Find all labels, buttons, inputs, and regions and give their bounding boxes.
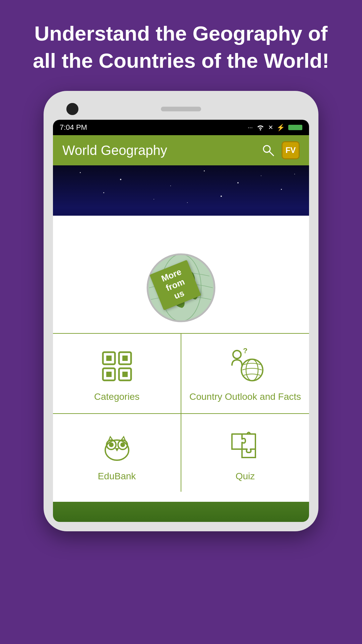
bottom-strip: [53, 502, 309, 522]
star: [154, 199, 154, 200]
svg-rect-23: [122, 372, 128, 377]
svg-point-27: [246, 359, 258, 381]
puzzle-icon: [227, 427, 264, 464]
svg-point-26: [241, 359, 263, 381]
categories-icon: [99, 348, 135, 385]
menu-item-country-outlook[interactable]: ? Country Outlook and Facts: [181, 334, 309, 413]
person-globe-icon: ?: [227, 347, 264, 384]
menu-row-2: EduBank: [53, 414, 309, 492]
menu-row-1: Categories ?: [53, 334, 309, 414]
svg-point-24: [233, 351, 241, 359]
star: [261, 175, 261, 176]
app-bar-actions: FV: [261, 141, 300, 159]
categories-label: Categories: [94, 391, 139, 402]
edubank-label: EduBank: [98, 471, 136, 482]
star: [221, 196, 222, 197]
star: [204, 170, 205, 171]
quiz-label: Quiz: [236, 471, 255, 482]
status-time: 7:04 PM: [60, 123, 87, 132]
app-bar: World Geography FV: [53, 135, 309, 165]
star: [170, 185, 171, 186]
star: [80, 172, 81, 173]
clouds-section: Morefrom us: [53, 216, 309, 522]
status-bar: 7:04 PM ··· ✕ ⚡: [53, 120, 309, 135]
status-icons: ··· ✕ ⚡: [248, 123, 302, 131]
x-icon: ✕: [268, 124, 273, 131]
country-outlook-label: Country Outlook and Facts: [189, 391, 301, 403]
menu-grid: Categories ?: [53, 333, 309, 491]
dots-icon: ···: [248, 124, 253, 131]
phone-mockup: 7:04 PM ··· ✕ ⚡ World Geography: [44, 91, 318, 531]
phone-screen: 7:04 PM ··· ✕ ⚡ World Geography: [53, 120, 309, 522]
star: [281, 189, 282, 190]
menu-item-quiz[interactable]: Quiz: [181, 414, 309, 492]
hero-section: Understand the Geography of all the Coun…: [0, 0, 362, 91]
search-icon[interactable]: [261, 143, 276, 158]
app-bar-title: World Geography: [62, 143, 167, 158]
star: [187, 202, 188, 203]
svg-text:?: ?: [243, 347, 247, 355]
battery-indicator: [288, 125, 302, 130]
svg-rect-19: [122, 356, 128, 361]
svg-point-32: [120, 442, 125, 447]
star: [294, 174, 295, 174]
star: [103, 192, 104, 193]
svg-point-30: [109, 442, 114, 447]
svg-rect-21: [106, 372, 112, 377]
star: [120, 179, 121, 180]
hero-title: Understand the Geography of all the Coun…: [27, 20, 335, 74]
svg-rect-17: [106, 356, 112, 361]
wifi-icon: [256, 124, 265, 131]
phone-speaker: [161, 107, 201, 111]
globe-more-button[interactable]: Morefrom us: [53, 253, 309, 323]
menu-item-edubank[interactable]: EduBank: [53, 414, 181, 492]
phone-top-bar: [53, 100, 309, 120]
svg-point-0: [260, 129, 261, 130]
menu-item-categories[interactable]: Categories: [53, 334, 181, 413]
flash-icon: ⚡: [277, 123, 285, 131]
phone-camera: [66, 103, 78, 115]
svg-line-2: [269, 152, 274, 156]
star: [237, 182, 239, 183]
owl-icon: [99, 427, 135, 464]
fv-logo[interactable]: FV: [282, 141, 300, 159]
